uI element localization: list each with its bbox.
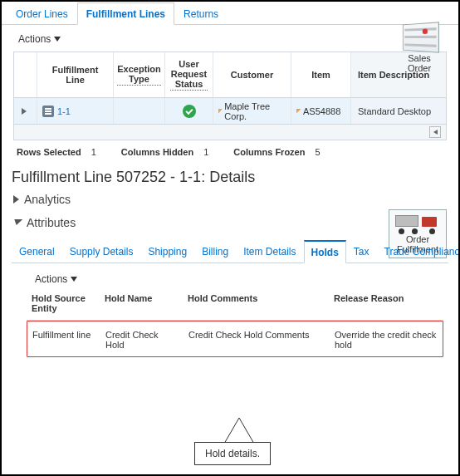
chevron-right-icon: [13, 195, 19, 204]
analytics-section-toggle[interactable]: Analytics: [2, 188, 458, 211]
subtab-general[interactable]: General: [12, 240, 62, 263]
actions-menu[interactable]: Actions: [18, 33, 61, 45]
details-title: Fulfillment Line 507252 - 1-1: Details: [2, 164, 458, 188]
col-item[interactable]: Item: [291, 52, 351, 97]
grid-status-bar: Rows Selected1 Columns Hidden1 Columns F…: [2, 140, 458, 164]
subtab-holds[interactable]: Holds: [304, 240, 346, 263]
col-customer[interactable]: Customer: [213, 52, 291, 97]
subtab-billing[interactable]: Billing: [194, 240, 236, 263]
subtab-item-details[interactable]: Item Details: [236, 240, 303, 263]
hold-comments-cell: Credit Check Hold Comments: [184, 328, 330, 351]
col-user-request-status[interactable]: User Request Status: [165, 52, 213, 97]
subtab-shipping[interactable]: Shipping: [140, 240, 194, 263]
item-description-cell: Standard Desktop: [351, 98, 446, 124]
actions-label: Actions: [18, 33, 51, 45]
fulfillment-line-link[interactable]: 1-1: [57, 106, 71, 116]
item-cell: AS54888: [303, 106, 340, 116]
sales-order-icon: Sales Order: [395, 23, 443, 73]
chevron-down-icon: [71, 277, 77, 282]
col-fulfillment-line[interactable]: Fulfillment Line: [37, 52, 114, 97]
analytics-label: Analytics: [24, 193, 71, 206]
chevron-down-icon: [12, 219, 23, 225]
tab-order-lines[interactable]: Order Lines: [7, 2, 77, 25]
col-hold-comments[interactable]: Hold Comments: [183, 290, 329, 317]
sales-order-label: Sales Order: [395, 53, 443, 73]
callout: Hold details.: [194, 442, 271, 465]
subtab-trade-compliance[interactable]: Trade Compliance: [377, 240, 460, 263]
subtab-tax[interactable]: Tax: [346, 240, 377, 263]
table-row[interactable]: 1-1 Maple Tree Corp. AS54888 Standard De…: [14, 98, 446, 125]
hold-entity-cell: Fulfillment line: [27, 328, 100, 351]
hold-reason-cell: Override the credit check hold: [330, 328, 443, 351]
document-icon: [42, 106, 54, 117]
chevron-left-icon: [433, 130, 438, 135]
holds-table: Hold Source Entity Hold Name Hold Commen…: [27, 290, 443, 357]
col-hold-source-entity[interactable]: Hold Source Entity: [27, 290, 100, 317]
tab-returns[interactable]: Returns: [174, 2, 228, 25]
attributes-label: Attributes: [27, 216, 76, 229]
holds-actions-label: Actions: [35, 273, 67, 285]
subtab-supply-details[interactable]: Supply Details: [62, 240, 141, 263]
scroll-left-button[interactable]: [429, 126, 441, 138]
external-mark-icon: [218, 109, 223, 114]
col-hold-name[interactable]: Hold Name: [100, 290, 183, 317]
status-ok-icon: [183, 105, 196, 118]
attribute-sub-tabs: General Supply Details Shipping Billing …: [12, 239, 448, 263]
customer-cell: Maple Tree Corp.: [224, 101, 286, 121]
col-release-reason[interactable]: Release Reason: [329, 290, 443, 317]
tab-fulfillment-lines[interactable]: Fulfillment Lines: [77, 2, 174, 25]
hold-name-cell: Credit Check Hold: [100, 328, 184, 351]
top-tabs: Order Lines Fulfillment Lines Returns: [2, 2, 458, 25]
chevron-down-icon: [54, 37, 61, 42]
holds-row[interactable]: Fulfillment line Credit Check Hold Credi…: [27, 321, 443, 357]
fulfillment-grid: Fulfillment Line Exception Type User Req…: [13, 52, 447, 140]
external-mark-icon: [296, 109, 301, 114]
expand-row-icon[interactable]: [22, 108, 27, 115]
holds-actions-menu[interactable]: Actions: [35, 273, 77, 285]
col-exception-type[interactable]: Exception Type: [114, 52, 165, 97]
